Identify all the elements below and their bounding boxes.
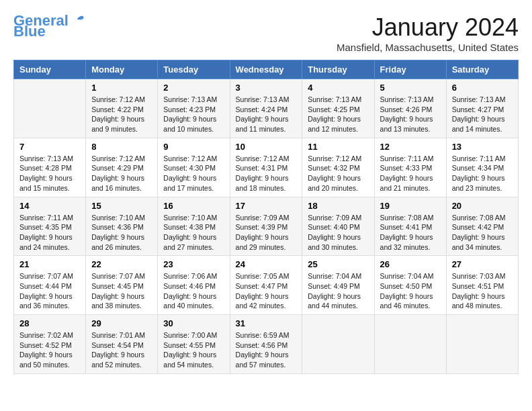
cell-text: Sunrise: 7:10 AM Sunset: 4:36 PM Dayligh…: [91, 213, 152, 253]
calendar-cell: [302, 315, 374, 374]
calendar-cell: 9Sunrise: 7:12 AM Sunset: 4:30 PM Daylig…: [158, 138, 230, 197]
calendar-cell: 19Sunrise: 7:08 AM Sunset: 4:41 PM Dayli…: [374, 197, 446, 256]
calendar-cell: 4Sunrise: 7:13 AM Sunset: 4:25 PM Daylig…: [302, 79, 374, 138]
cell-text: Sunrise: 7:13 AM Sunset: 4:23 PM Dayligh…: [163, 95, 224, 134]
calendar-cell: 23Sunrise: 7:06 AM Sunset: 4:46 PM Dayli…: [158, 256, 230, 315]
day-number: 22: [91, 259, 152, 269]
day-number: 28: [19, 318, 80, 328]
calendar-cell: 3Sunrise: 7:13 AM Sunset: 4:24 PM Daylig…: [230, 79, 302, 138]
cell-text: Sunrise: 7:09 AM Sunset: 4:39 PM Dayligh…: [236, 213, 297, 253]
day-number: 20: [452, 201, 513, 211]
calendar-cell: 14Sunrise: 7:11 AM Sunset: 4:35 PM Dayli…: [14, 197, 86, 256]
day-number: 27: [452, 259, 513, 269]
cell-text: Sunrise: 7:12 AM Sunset: 4:31 PM Dayligh…: [236, 154, 297, 193]
calendar-cell: 30Sunrise: 7:00 AM Sunset: 4:55 PM Dayli…: [158, 315, 230, 374]
cell-text: Sunrise: 7:03 AM Sunset: 4:51 PM Dayligh…: [452, 271, 513, 311]
day-number: 19: [380, 201, 441, 211]
weekday-header-wednesday: Wednesday: [230, 60, 302, 79]
calendar-cell: 29Sunrise: 7:01 AM Sunset: 4:54 PM Dayli…: [86, 315, 158, 374]
cell-text: Sunrise: 7:13 AM Sunset: 4:26 PM Dayligh…: [380, 95, 441, 134]
weekday-header-thursday: Thursday: [302, 60, 374, 79]
day-number: 7: [19, 142, 80, 152]
logo-bird-icon: [70, 12, 85, 27]
cell-text: Sunrise: 7:04 AM Sunset: 4:49 PM Dayligh…: [308, 271, 368, 311]
title-block: January 2024 Mansfield, Massachusetts, U…: [337, 13, 519, 53]
day-number: 6: [452, 83, 513, 93]
cell-text: Sunrise: 7:07 AM Sunset: 4:44 PM Dayligh…: [19, 271, 80, 311]
cell-text: Sunrise: 7:12 AM Sunset: 4:29 PM Dayligh…: [91, 154, 152, 193]
cell-text: Sunrise: 7:12 AM Sunset: 4:30 PM Dayligh…: [163, 154, 224, 193]
cell-text: Sunrise: 7:11 AM Sunset: 4:34 PM Dayligh…: [452, 154, 513, 193]
calendar-cell: 28Sunrise: 7:02 AM Sunset: 4:52 PM Dayli…: [14, 315, 86, 374]
cell-text: Sunrise: 7:13 AM Sunset: 4:25 PM Dayligh…: [308, 95, 368, 134]
day-number: 15: [91, 201, 152, 211]
day-number: 25: [308, 259, 368, 269]
calendar-cell: 10Sunrise: 7:12 AM Sunset: 4:31 PM Dayli…: [230, 138, 302, 197]
cell-text: Sunrise: 7:05 AM Sunset: 4:47 PM Dayligh…: [236, 271, 297, 311]
day-number: 26: [380, 259, 441, 269]
day-number: 8: [91, 142, 152, 152]
day-number: 17: [236, 201, 297, 211]
day-number: 10: [236, 142, 297, 152]
calendar-cell: 16Sunrise: 7:10 AM Sunset: 4:38 PM Dayli…: [158, 197, 230, 256]
calendar-cell: 22Sunrise: 7:07 AM Sunset: 4:45 PM Dayli…: [86, 256, 158, 315]
cell-text: Sunrise: 7:06 AM Sunset: 4:46 PM Dayligh…: [163, 271, 224, 311]
calendar-cell: 7Sunrise: 7:13 AM Sunset: 4:28 PM Daylig…: [14, 138, 86, 197]
logo: General Blue: [13, 13, 85, 39]
calendar-week-5: 28Sunrise: 7:02 AM Sunset: 4:52 PM Dayli…: [14, 315, 519, 374]
cell-text: Sunrise: 7:04 AM Sunset: 4:50 PM Dayligh…: [380, 271, 441, 311]
cell-text: Sunrise: 6:59 AM Sunset: 4:56 PM Dayligh…: [236, 330, 297, 370]
day-number: 23: [163, 259, 224, 269]
header-row: SundayMondayTuesdayWednesdayThursdayFrid…: [14, 60, 519, 79]
calendar-week-3: 14Sunrise: 7:11 AM Sunset: 4:35 PM Dayli…: [14, 197, 519, 256]
cell-text: Sunrise: 7:11 AM Sunset: 4:35 PM Dayligh…: [19, 213, 80, 253]
calendar-table: SundayMondayTuesdayWednesdayThursdayFrid…: [13, 60, 519, 374]
calendar-cell: 18Sunrise: 7:09 AM Sunset: 4:40 PM Dayli…: [302, 197, 374, 256]
cell-text: Sunrise: 7:07 AM Sunset: 4:45 PM Dayligh…: [91, 271, 152, 311]
calendar-week-1: 1Sunrise: 7:12 AM Sunset: 4:22 PM Daylig…: [14, 79, 519, 138]
calendar-week-4: 21Sunrise: 7:07 AM Sunset: 4:44 PM Dayli…: [14, 256, 519, 315]
location-title: Mansfield, Massachusetts, United States: [337, 42, 519, 53]
calendar-cell: 17Sunrise: 7:09 AM Sunset: 4:39 PM Dayli…: [230, 197, 302, 256]
calendar-cell: 11Sunrise: 7:12 AM Sunset: 4:32 PM Dayli…: [302, 138, 374, 197]
weekday-header-monday: Monday: [86, 60, 158, 79]
weekday-header-tuesday: Tuesday: [158, 60, 230, 79]
day-number: 16: [163, 201, 224, 211]
page-header: General Blue January 2024 Mansfield, Mas…: [13, 13, 519, 53]
calendar-cell: 24Sunrise: 7:05 AM Sunset: 4:47 PM Dayli…: [230, 256, 302, 315]
cell-text: Sunrise: 7:01 AM Sunset: 4:54 PM Dayligh…: [91, 330, 152, 370]
calendar-cell: 26Sunrise: 7:04 AM Sunset: 4:50 PM Dayli…: [374, 256, 446, 315]
day-number: 3: [236, 83, 297, 93]
calendar-cell: [374, 315, 446, 374]
cell-text: Sunrise: 7:13 AM Sunset: 4:28 PM Dayligh…: [19, 154, 80, 193]
day-number: 14: [19, 201, 80, 211]
cell-text: Sunrise: 7:08 AM Sunset: 4:41 PM Dayligh…: [380, 213, 441, 253]
day-number: 11: [308, 142, 368, 152]
day-number: 12: [380, 142, 441, 152]
calendar-cell: [14, 79, 86, 138]
weekday-header-saturday: Saturday: [446, 60, 518, 79]
weekday-header-friday: Friday: [374, 60, 446, 79]
day-number: 29: [91, 318, 152, 328]
day-number: 31: [236, 318, 297, 328]
cell-text: Sunrise: 7:13 AM Sunset: 4:27 PM Dayligh…: [452, 95, 513, 134]
calendar-cell: 12Sunrise: 7:11 AM Sunset: 4:33 PM Dayli…: [374, 138, 446, 197]
day-number: 18: [308, 201, 368, 211]
calendar-cell: 5Sunrise: 7:13 AM Sunset: 4:26 PM Daylig…: [374, 79, 446, 138]
calendar-cell: 20Sunrise: 7:08 AM Sunset: 4:42 PM Dayli…: [446, 197, 518, 256]
day-number: 5: [380, 83, 441, 93]
cell-text: Sunrise: 7:08 AM Sunset: 4:42 PM Dayligh…: [452, 213, 513, 253]
cell-text: Sunrise: 7:00 AM Sunset: 4:55 PM Dayligh…: [163, 330, 224, 370]
cell-text: Sunrise: 7:13 AM Sunset: 4:24 PM Dayligh…: [236, 95, 297, 134]
weekday-header-sunday: Sunday: [14, 60, 86, 79]
calendar-cell: 1Sunrise: 7:12 AM Sunset: 4:22 PM Daylig…: [86, 79, 158, 138]
cell-text: Sunrise: 7:09 AM Sunset: 4:40 PM Dayligh…: [308, 213, 368, 253]
day-number: 2: [163, 83, 224, 93]
cell-text: Sunrise: 7:12 AM Sunset: 4:22 PM Dayligh…: [91, 95, 152, 134]
calendar-cell: 6Sunrise: 7:13 AM Sunset: 4:27 PM Daylig…: [446, 79, 518, 138]
calendar-cell: 2Sunrise: 7:13 AM Sunset: 4:23 PM Daylig…: [158, 79, 230, 138]
day-number: 21: [19, 259, 80, 269]
calendar-cell: 13Sunrise: 7:11 AM Sunset: 4:34 PM Dayli…: [446, 138, 518, 197]
calendar-cell: 27Sunrise: 7:03 AM Sunset: 4:51 PM Dayli…: [446, 256, 518, 315]
calendar-cell: 15Sunrise: 7:10 AM Sunset: 4:36 PM Dayli…: [86, 197, 158, 256]
